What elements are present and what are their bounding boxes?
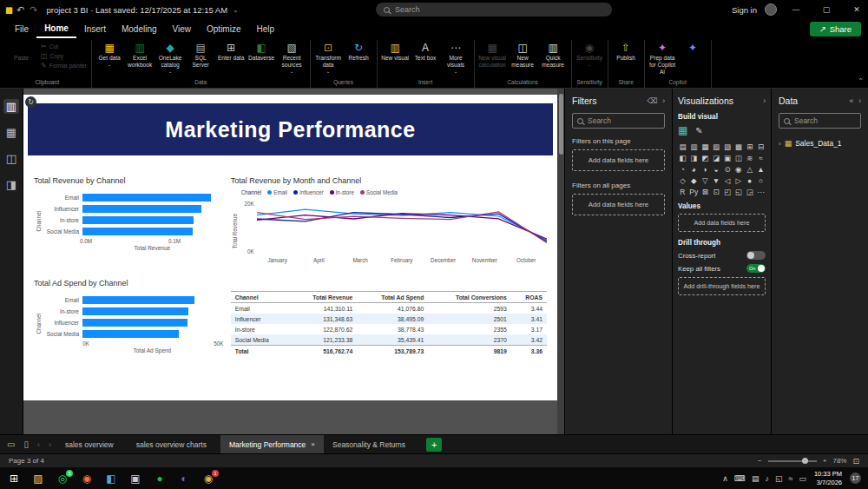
legend-item[interactable]: Email — [267, 189, 287, 195]
maximize-button[interactable]: ▢ — [815, 5, 838, 14]
bar[interactable] — [82, 330, 179, 338]
visual-type-icon[interactable]: ◒ — [712, 164, 721, 175]
visual-type-icon[interactable]: ≋ — [745, 153, 754, 163]
menu-item[interactable]: Optimize — [199, 19, 248, 38]
tray-icon[interactable]: ≈ — [788, 474, 792, 483]
ribbon-button[interactable]: ▧ Recent sources ⌄ — [277, 40, 307, 74]
visual-type-icon[interactable]: ⊟ — [756, 142, 766, 152]
taskbar-clock[interactable]: 10:33 PM 3/7/2026 — [814, 470, 842, 486]
table-row[interactable]: Influencer131,348.6338,495.0925013.41 — [231, 314, 547, 324]
account-avatar[interactable] — [765, 3, 777, 16]
cut-button[interactable]: ✂ Cut — [39, 43, 89, 50]
bar[interactable] — [82, 216, 194, 224]
collapse-panel-icon[interactable]: « — [849, 96, 853, 105]
new-page-button[interactable]: + — [426, 438, 442, 452]
visual-type-icon[interactable]: △ — [745, 164, 754, 175]
table-header-cell[interactable]: Total Revenue — [290, 292, 358, 303]
current-visual-icon[interactable]: ▦ — [678, 124, 687, 136]
visual-type-icon[interactable]: ◇ — [678, 175, 687, 186]
visual-type-icon[interactable]: ◫ — [733, 153, 743, 163]
visual-type-icon[interactable]: ⊡ — [712, 187, 721, 197]
visual-type-icon[interactable]: ● — [745, 175, 754, 186]
scrollbar-thumb[interactable] — [559, 94, 563, 155]
table-row[interactable]: In-store122,870.6238,778.4323553.17 — [231, 324, 547, 334]
table-row[interactable]: Total516,762.74153,789.7398193.36 — [231, 346, 547, 357]
ribbon-button[interactable]: ⇧ Publish — [611, 40, 641, 63]
bar[interactable] — [82, 228, 193, 235]
sign-in-button[interactable]: Sign in — [732, 5, 757, 15]
data-search-input[interactable] — [794, 116, 856, 125]
taskbar-app-icon[interactable]: ◉ — [80, 472, 94, 485]
menu-item[interactable]: Modeling — [114, 19, 165, 38]
ribbon-button[interactable]: ⊡ Transform data ⌄ — [313, 40, 344, 74]
ad-spend-by-channel-bar-chart[interactable]: Total Ad Spend by ChannelChannelEmailIn-… — [34, 279, 219, 356]
tray-icon[interactable]: ◱ — [775, 474, 783, 483]
tray-icon[interactable]: ♪ — [765, 474, 769, 483]
bar[interactable] — [82, 194, 211, 202]
visual-type-icon[interactable]: ⊠ — [700, 187, 710, 197]
table-header-cell[interactable]: Channel — [231, 292, 290, 303]
visual-type-icon[interactable]: ◲ — [745, 187, 754, 197]
menu-item[interactable]: Help — [248, 19, 282, 38]
table-header-cell[interactable]: Total Ad Spend — [357, 292, 428, 303]
data-search[interactable] — [779, 113, 861, 129]
menu-item[interactable]: Insert — [76, 19, 114, 38]
visual-type-icon[interactable]: ▣ — [723, 153, 733, 163]
report-page[interactable]: ↻ Marketing Performance Total Revenue by… — [23, 95, 557, 400]
search-input[interactable] — [395, 5, 604, 14]
view-switcher-icon[interactable]: ▥ — [3, 99, 19, 114]
table-header-cell[interactable]: Total Conversions — [428, 292, 510, 303]
taskbar-app-icon[interactable]: ◎ 5 — [56, 472, 69, 485]
page-tab[interactable]: sales overview — [56, 435, 128, 453]
taskbar-app-icon[interactable]: ▣ — [128, 472, 142, 485]
menu-item[interactable]: Home — [36, 19, 76, 38]
table-row[interactable]: Email141,310.1141,076.8025933.44 — [231, 303, 547, 314]
expand-chevron-icon[interactable]: › — [779, 140, 781, 148]
visual-type-icon[interactable]: ▽ — [700, 175, 710, 186]
minimize-button[interactable]: — — [785, 5, 807, 14]
collapse-ribbon-button[interactable]: ⌃ — [858, 77, 864, 85]
visual-type-icon[interactable]: ◑ — [700, 164, 710, 175]
visual-type-icon[interactable]: ▩ — [733, 142, 743, 152]
global-search[interactable] — [376, 3, 612, 17]
close-button[interactable]: ✕ — [845, 5, 868, 14]
revenue-by-channel-bar-chart[interactable]: Total Revenue by ChannelChannelEmailInfl… — [34, 176, 219, 263]
visual-type-icon[interactable]: ⊙ — [723, 164, 733, 175]
values-dropzone[interactable]: Add data fields here — [678, 214, 766, 232]
taskbar-app-icon[interactable]: ◧ — [104, 472, 118, 485]
visual-type-icon[interactable]: ◰ — [723, 187, 733, 197]
visual-type-icon[interactable]: ▥ — [689, 142, 699, 152]
taskbar-app-icon[interactable]: ◉ 1 — [201, 472, 215, 485]
visual-type-icon[interactable]: ▷ — [733, 175, 743, 186]
canvas-vertical-scrollbar[interactable] — [557, 89, 564, 434]
ribbon-button[interactable]: ↻ Refresh — [344, 40, 374, 63]
legend-item[interactable]: Social Media — [360, 189, 398, 195]
visual-type-icon[interactable]: ▧ — [712, 142, 721, 152]
line-chart-plot[interactable] — [257, 199, 547, 254]
taskbar-app-icon[interactable]: ⊞ — [7, 472, 21, 485]
report-title-banner[interactable]: Marketing Performance — [28, 103, 553, 155]
ribbon-button[interactable]: ✦ Prep data for Copilot AI — [648, 40, 678, 76]
tray-icon[interactable]: ∧ — [722, 474, 728, 483]
visual-type-icon[interactable]: ◕ — [689, 164, 699, 175]
ribbon-button[interactable]: ▦ New visual calculation — [477, 40, 508, 69]
page-tab[interactable]: sales overview charts — [128, 435, 220, 453]
visual-type-icon[interactable]: ◆ — [689, 175, 699, 186]
title-caret-icon[interactable]: ⌄ — [233, 6, 239, 14]
format-painter-button[interactable]: ✎ Format painter — [39, 62, 89, 69]
taskbar-app-icon[interactable]: ◐ — [177, 472, 191, 485]
ribbon-button[interactable]: ▥ New visual — [380, 40, 411, 63]
collapse-panel-icon[interactable]: › — [662, 96, 665, 105]
menu-item[interactable]: File — [7, 19, 36, 38]
visual-type-icon[interactable]: ▤ — [678, 142, 687, 152]
zoom-slider-thumb[interactable] — [802, 458, 808, 464]
page-tab[interactable]: Marketing Performance × — [220, 435, 324, 453]
eraser-icon[interactable]: ⌫ — [647, 96, 657, 105]
fit-to-page-icon[interactable]: ⊡ — [852, 457, 859, 466]
next-page-icon[interactable]: › — [45, 440, 55, 449]
format-pencil-icon[interactable]: ✎ — [695, 126, 702, 135]
notification-count-badge[interactable]: 17 — [850, 472, 861, 484]
ribbon-button[interactable]: ◧ Dataverse — [247, 40, 277, 63]
keep-all-filters-toggle[interactable]: On — [746, 264, 766, 273]
zoom-in-button[interactable]: + — [823, 457, 827, 465]
